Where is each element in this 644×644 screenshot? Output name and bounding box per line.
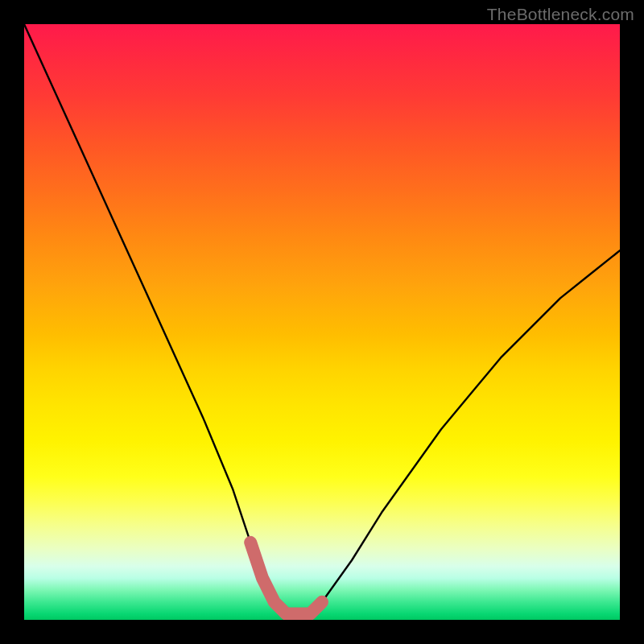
curve-svg [24,24,620,620]
highlight-segment [250,543,322,614]
plot-area [24,24,620,620]
bottleneck-curve [24,24,620,614]
watermark-text: TheBottleneck.com [487,5,634,24]
chart-frame: TheBottleneck.com [0,0,644,644]
